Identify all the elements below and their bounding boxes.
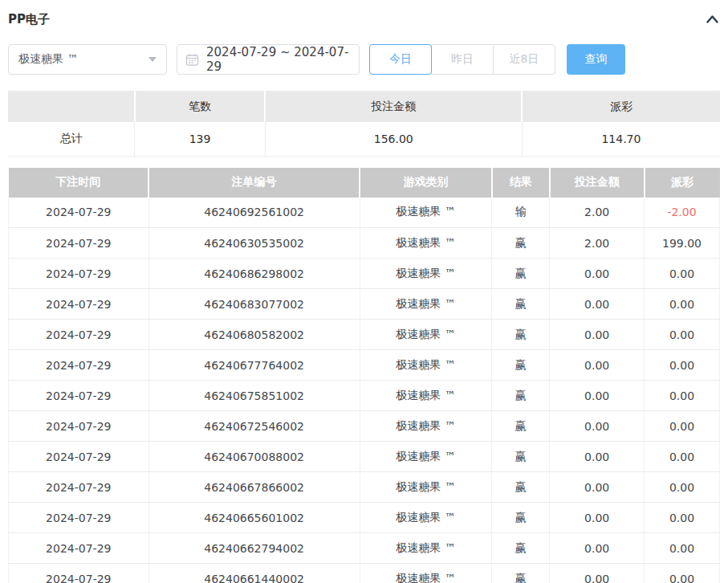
summary-header-count: 笔数 xyxy=(135,91,265,122)
table-cell: 199.00 xyxy=(645,228,720,259)
table-cell: 2.00 xyxy=(550,228,645,259)
table-cell: 2024-07-29 xyxy=(9,350,149,381)
table-row: 2024-07-2946240683077002极速糖果 ™赢0.000.00 xyxy=(9,289,720,320)
quick-filter-button[interactable]: 近8日 xyxy=(493,44,555,75)
table-row: 2024-07-2946240661440002极速糖果 ™赢0.000.00 xyxy=(9,564,720,583)
table-cell: 赢 xyxy=(492,411,550,442)
table-row: 2024-07-2946240670088002极速糖果 ™赢0.000.00 xyxy=(9,442,720,472)
table-cell: 2024-07-29 xyxy=(9,503,149,533)
table-cell: 输 xyxy=(492,198,550,228)
table-cell: 极速糖果 ™ xyxy=(360,259,492,289)
table-cell: 2024-07-29 xyxy=(9,228,149,259)
table-cell: 0.00 xyxy=(550,564,645,583)
header-payout: 派彩 xyxy=(645,168,720,198)
table-cell: 46240672546002 xyxy=(148,411,360,442)
table-cell: 46240670088002 xyxy=(148,442,360,472)
table-cell: 赢 xyxy=(492,564,550,583)
bet-records-table: 下注时间 注单编号 游戏类别 结果 投注金额 派彩 2024-07-294624… xyxy=(8,168,720,583)
table-row: 2024-07-2946240665601002极速糖果 ™赢0.000.00 xyxy=(9,503,720,533)
table-cell: 0.00 xyxy=(550,289,645,320)
table-cell: 0.00 xyxy=(550,350,645,381)
table-cell: -2.00 xyxy=(645,198,720,228)
table-row: 2024-07-2946240677764002极速糖果 ™赢0.000.00 xyxy=(9,350,720,381)
summary-total-row: 总计 139 156.00 114.70 xyxy=(8,122,720,156)
table-row: 2024-07-2946240667866002极速糖果 ™赢0.000.00 xyxy=(9,472,720,503)
table-cell: 赢 xyxy=(492,533,550,564)
table-cell: 0.00 xyxy=(645,533,720,564)
table-row: 2024-07-2946240630535002极速糖果 ™赢2.00199.0… xyxy=(9,228,720,259)
table-row: 2024-07-2946240686298002极速糖果 ™赢0.000.00 xyxy=(9,259,720,289)
table-cell: 46240667866002 xyxy=(148,472,360,503)
table-cell: 0.00 xyxy=(645,259,720,289)
table-cell: 0.00 xyxy=(645,350,720,381)
table-cell: 0.00 xyxy=(550,381,645,411)
page-title: PP电子 xyxy=(8,12,50,27)
quick-filter-button[interactable]: 今日 xyxy=(369,44,432,75)
table-cell: 46240665601002 xyxy=(148,503,360,533)
table-cell: 赢 xyxy=(492,381,550,411)
header-bet-id: 注单编号 xyxy=(148,168,360,198)
table-cell: 0.00 xyxy=(550,320,645,350)
table-cell: 极速糖果 ™ xyxy=(360,533,492,564)
date-range-value: 2024-07-29 ~ 2024-07-29 xyxy=(206,45,351,74)
table-cell: 2024-07-29 xyxy=(9,442,149,472)
game-select-value: 极速糖果 ™ xyxy=(18,52,78,67)
header-game-category: 游戏类别 xyxy=(360,168,492,198)
table-cell: 0.00 xyxy=(550,533,645,564)
table-cell: 赢 xyxy=(492,259,550,289)
table-cell: 46240680582002 xyxy=(148,320,360,350)
table-row: 2024-07-2946240692561002极速糖果 ™输2.00-2.00 xyxy=(9,198,720,228)
table-body: 2024-07-2946240692561002极速糖果 ™输2.00-2.00… xyxy=(9,198,720,583)
summary-header-bet-amount: 投注金额 xyxy=(265,91,522,122)
table-row: 2024-07-2946240680582002极速糖果 ™赢0.000.00 xyxy=(9,320,720,350)
table-cell: 极速糖果 ™ xyxy=(360,320,492,350)
table-cell: 极速糖果 ™ xyxy=(360,228,492,259)
table-cell: 2024-07-29 xyxy=(9,259,149,289)
table-cell: 2024-07-29 xyxy=(9,533,149,564)
table-cell: 赢 xyxy=(492,228,550,259)
table-cell: 极速糖果 ™ xyxy=(360,564,492,583)
summary-total-count: 139 xyxy=(135,122,265,156)
table-cell: 赢 xyxy=(492,350,550,381)
table-cell: 2024-07-29 xyxy=(9,564,149,583)
summary-header-payout: 派彩 xyxy=(522,91,720,122)
header-bet-time: 下注时间 xyxy=(9,168,149,198)
quick-filter-button[interactable]: 昨日 xyxy=(431,44,494,75)
table-cell: 极速糖果 ™ xyxy=(360,411,492,442)
date-range-input[interactable]: 2024-07-29 ~ 2024-07-29 xyxy=(177,44,360,75)
calendar-icon xyxy=(185,53,199,67)
summary-table: 笔数 投注金额 派彩 总计 139 156.00 114.70 xyxy=(8,91,720,157)
table-cell: 0.00 xyxy=(645,564,720,583)
table-cell: 极速糖果 ™ xyxy=(360,381,492,411)
table-cell: 0.00 xyxy=(645,472,720,503)
summary-header-row: 笔数 投注金额 派彩 xyxy=(8,91,720,122)
summary-header-empty xyxy=(8,91,135,122)
search-button[interactable]: 查询 xyxy=(567,44,625,75)
table-cell: 0.00 xyxy=(550,472,645,503)
caret-down-icon xyxy=(148,57,157,62)
table-cell: 46240662794002 xyxy=(148,533,360,564)
table-cell: 赢 xyxy=(492,472,550,503)
summary-total-bet-amount: 156.00 xyxy=(265,122,522,156)
table-cell: 2024-07-29 xyxy=(9,472,149,503)
table-cell: 极速糖果 ™ xyxy=(360,442,492,472)
table-cell: 2024-07-29 xyxy=(9,289,149,320)
table-cell: 极速糖果 ™ xyxy=(360,472,492,503)
game-select[interactable]: 极速糖果 ™ xyxy=(8,44,167,75)
table-cell: 0.00 xyxy=(550,503,645,533)
header-bet-amount: 投注金额 xyxy=(550,168,645,198)
table-cell: 0.00 xyxy=(645,411,720,442)
table-cell: 46240661440002 xyxy=(148,564,360,583)
table-row: 2024-07-2946240662794002极速糖果 ™赢0.000.00 xyxy=(9,533,720,564)
table-cell: 极速糖果 ™ xyxy=(360,503,492,533)
table-cell: 0.00 xyxy=(550,411,645,442)
table-cell: 0.00 xyxy=(550,259,645,289)
table-cell: 赢 xyxy=(492,442,550,472)
collapse-panel-button[interactable] xyxy=(705,14,720,25)
table-cell: 2024-07-29 xyxy=(9,320,149,350)
table-cell: 赢 xyxy=(492,289,550,320)
table-cell: 极速糖果 ™ xyxy=(360,350,492,381)
header-result: 结果 xyxy=(492,168,550,198)
chevron-up-icon xyxy=(705,15,720,27)
table-cell: 0.00 xyxy=(645,442,720,472)
